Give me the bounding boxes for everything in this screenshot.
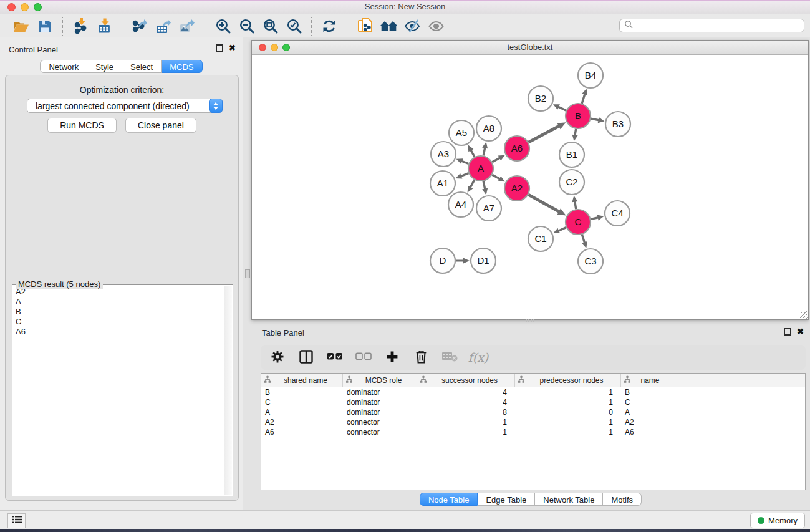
graph-edge-C-C1[interactable]: [557, 228, 566, 231]
graph-edge-A-A5[interactable]: [470, 149, 475, 157]
table-cell[interactable]: C: [261, 397, 343, 407]
table-cell[interactable]: A2: [261, 417, 343, 427]
graph-edge-B-B2[interactable]: [557, 107, 566, 110]
table-cell[interactable]: connector: [343, 427, 417, 437]
table-cell[interactable]: connector: [343, 417, 417, 427]
zoom-in-button[interactable]: [211, 16, 234, 36]
export-table-button[interactable]: [152, 16, 175, 36]
column-header-name[interactable]: name: [621, 374, 672, 387]
table-row-C[interactable]: Cdominator41C: [261, 397, 805, 407]
tab-select[interactable]: Select: [122, 60, 162, 73]
table-cell[interactable]: dominator: [343, 387, 417, 397]
table-cell[interactable]: 4: [417, 387, 515, 397]
result-scrollbar[interactable]: [224, 286, 232, 495]
zoom-out-button[interactable]: [234, 16, 258, 36]
graph-node-A8[interactable]: A8: [476, 116, 501, 141]
table-cell[interactable]: A: [261, 407, 343, 417]
run-mcds-button[interactable]: Run MCDS: [47, 118, 117, 133]
close-window-button[interactable]: [7, 3, 16, 11]
table-row-B[interactable]: Bdominator41B: [261, 387, 805, 397]
table-cell[interactable]: A6: [261, 427, 343, 437]
graph-edge-A-A8[interactable]: [483, 147, 485, 155]
search-input[interactable]: [633, 21, 804, 31]
import-network-button[interactable]: [69, 16, 92, 36]
export-network-button[interactable]: [128, 16, 152, 36]
window-resize-grip[interactable]: [800, 311, 808, 319]
result-item[interactable]: C: [14, 317, 223, 327]
table-cell[interactable]: 1: [417, 417, 515, 427]
result-item[interactable]: A: [14, 297, 223, 307]
graph-edge-A2-C[interactable]: [528, 195, 560, 212]
table-cell[interactable]: 1: [417, 427, 515, 437]
graph-node-C3[interactable]: C3: [578, 249, 603, 274]
select-stepper-icon[interactable]: [209, 99, 223, 113]
table-cell[interactable]: C: [621, 397, 672, 407]
graph-node-A4[interactable]: A4: [448, 192, 473, 217]
open-file-button[interactable]: [9, 16, 33, 36]
graph-edge-A-A4[interactable]: [470, 180, 474, 188]
graph-edge-A-A2[interactable]: [492, 175, 500, 179]
graph-edge-A6-B[interactable]: [529, 125, 560, 142]
network-minimize-button[interactable]: [271, 44, 278, 51]
table-cell[interactable]: dominator: [343, 407, 417, 417]
graph-node-C2[interactable]: C2: [559, 170, 584, 195]
graph-node-A5[interactable]: A5: [449, 120, 474, 145]
table-cell[interactable]: 0: [515, 407, 621, 417]
column-header-MCDS-role[interactable]: MCDS role: [343, 374, 417, 387]
graph-node-A7[interactable]: A7: [476, 196, 501, 221]
graph-node-D[interactable]: D: [430, 248, 455, 273]
graph-edge-B-B3[interactable]: [591, 118, 600, 120]
graph-edge-C-C4[interactable]: [591, 218, 599, 220]
column-header-successor-nodes[interactable]: successor nodes: [417, 374, 515, 387]
graph-edge-A-A7[interactable]: [483, 181, 485, 190]
table-cell[interactable]: A: [621, 407, 672, 417]
graph-node-C[interactable]: C: [566, 210, 591, 235]
export-image-button[interactable]: [175, 16, 199, 36]
refresh-layout-button[interactable]: [317, 16, 341, 36]
table-row-A2[interactable]: A2connector11A2: [261, 417, 805, 427]
graph-edge-A-A1[interactable]: [460, 173, 469, 177]
result-item[interactable]: A6: [14, 327, 223, 337]
memory-button[interactable]: Memory: [750, 513, 805, 528]
graph-node-C1[interactable]: C1: [528, 226, 553, 251]
network-canvas[interactable]: B4B2BB3A8A5A6B1A3AC2A1A2A4A7C4CC1DD1C3: [252, 55, 808, 319]
settings-button[interactable]: [266, 347, 289, 367]
graph-node-A2[interactable]: A2: [504, 176, 529, 201]
minimize-window-button[interactable]: [21, 3, 29, 11]
result-item[interactable]: B: [14, 307, 223, 317]
column-header-predecessor-nodes[interactable]: predecessor nodes: [515, 374, 621, 387]
table-cell[interactable]: A6: [621, 427, 672, 437]
table-cell[interactable]: B: [621, 387, 672, 397]
deselect-all-checkboxes-button[interactable]: [352, 347, 375, 367]
import-table-button[interactable]: [92, 16, 116, 36]
add-column-button[interactable]: [380, 347, 404, 367]
table-cell[interactable]: 1: [515, 387, 621, 397]
close-table-panel-icon[interactable]: ✖: [797, 328, 804, 336]
select-all-checkboxes-button[interactable]: [323, 347, 347, 367]
task-history-button[interactable]: [7, 513, 26, 528]
show-panel-button[interactable]: [424, 16, 448, 36]
result-item[interactable]: A2: [14, 287, 223, 297]
network-window-titlebar[interactable]: testGlobe.txt: [252, 41, 808, 55]
table-row-A6[interactable]: A6connector11A6: [261, 427, 805, 437]
table-cell[interactable]: A2: [621, 417, 672, 427]
graph-node-C4[interactable]: C4: [605, 201, 630, 226]
graph-node-B4[interactable]: B4: [578, 63, 603, 88]
table-cell[interactable]: 4: [417, 397, 515, 407]
network-maximize-button[interactable]: [282, 44, 290, 51]
graph-node-A[interactable]: A: [468, 156, 493, 181]
save-session-button[interactable]: [33, 16, 57, 36]
graph-edge-B-B4[interactable]: [582, 94, 585, 104]
table-cell[interactable]: 1: [515, 427, 621, 437]
graph-edge-C-C3[interactable]: [582, 235, 585, 243]
maximize-window-button[interactable]: [34, 3, 42, 11]
graph-edge-C-C2[interactable]: [575, 201, 576, 210]
tab-network[interactable]: Network: [40, 60, 87, 73]
tab-node-table[interactable]: Node Table: [420, 493, 478, 506]
network-close-button[interactable]: [259, 44, 266, 51]
tab-network-table[interactable]: Network Table: [535, 493, 603, 506]
zoom-selected-button[interactable]: [282, 16, 306, 36]
graph-node-B2[interactable]: B2: [528, 86, 553, 111]
hide-panel-button[interactable]: [400, 16, 424, 36]
graph-edge-A-A6[interactable]: [492, 157, 500, 162]
